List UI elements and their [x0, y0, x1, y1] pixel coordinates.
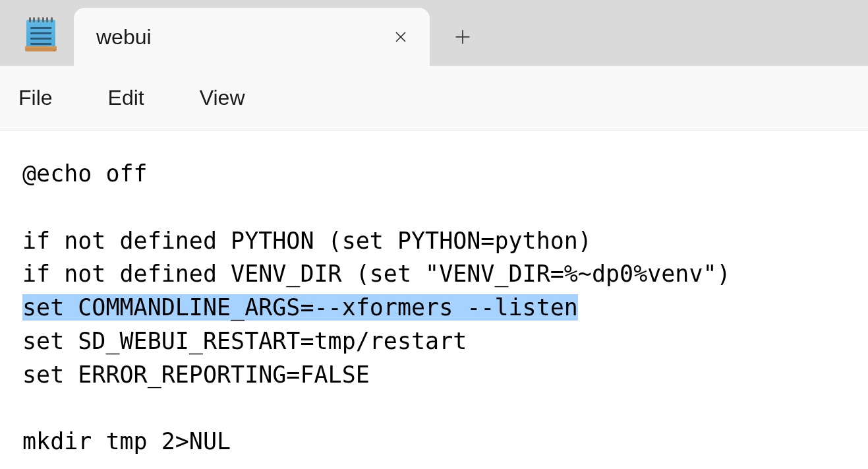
menubar: File Edit View — [0, 66, 868, 131]
menu-file[interactable]: File — [18, 86, 53, 110]
code-line: if not defined VENV_DIR (set "VENV_DIR=%… — [22, 257, 846, 291]
code-line — [22, 391, 846, 425]
menu-view[interactable]: View — [200, 86, 245, 110]
selected-text: set COMMANDLINE_ARGS=--xformers --listen — [22, 294, 578, 321]
code-line: @echo off — [22, 157, 846, 191]
text-editor-area[interactable]: @echo off if not defined PYTHON (set PYT… — [0, 131, 868, 469]
tab-title: webui — [96, 25, 386, 49]
code-line: if not defined PYTHON (set PYTHON=python… — [22, 224, 846, 258]
app-icon-wrapper — [8, 0, 74, 66]
notepad-app-icon — [25, 17, 57, 49]
code-line: mkdir tmp 2>NUL — [22, 425, 846, 458]
close-icon — [393, 29, 409, 45]
plus-icon — [453, 28, 472, 46]
active-tab[interactable]: webui — [74, 8, 430, 66]
code-line: set COMMANDLINE_ARGS=--xformers --listen — [22, 291, 846, 325]
code-line — [22, 191, 846, 224]
menu-edit[interactable]: Edit — [108, 86, 144, 110]
code-line: set ERROR_REPORTING=FALSE — [22, 358, 846, 392]
add-tab-button[interactable] — [430, 8, 496, 66]
close-tab-button[interactable] — [386, 22, 415, 51]
code-line: set SD_WEBUI_RESTART=tmp/restart — [22, 325, 846, 358]
titlebar: webui — [0, 0, 868, 66]
